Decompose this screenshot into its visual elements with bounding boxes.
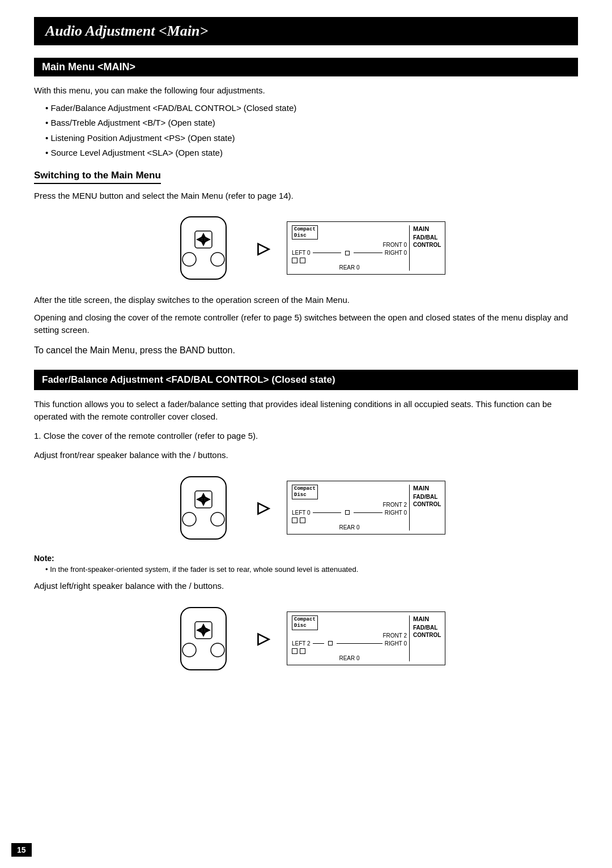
arrow-icon-2: ▷ [257, 498, 270, 517]
switching-subsection-header: Switching to the Main Menu [34, 170, 578, 184]
title-bar: Audio Adjustment <Main> [34, 17, 578, 45]
svg-point-15 [182, 512, 196, 526]
step-2: Adjust front/rear speaker balance with t… [34, 448, 578, 462]
svg-point-17 [202, 498, 205, 501]
box-4 [300, 518, 305, 523]
main-menu-section-header: Main Menu <MAIN> [34, 58, 578, 76]
compact-disc-label-1: CompactDisc [292, 225, 318, 240]
line-5 [313, 643, 324, 644]
display-main-1: CompactDisc FRONT 0 LEFT 0 RIGHT 0 REAR … [292, 225, 407, 271]
switching-press-text: Press the MENU button and select the Mai… [34, 190, 578, 203]
right-label-1: RIGHT 0 [385, 250, 407, 256]
display-sidebar-1: MAIN FAD/BAL CONTROL [409, 225, 440, 271]
sidebar-control-2: CONTROL [413, 501, 440, 507]
page-title: Audio Adjustment <Main> [45, 23, 567, 40]
right-label-2: RIGHT 0 [385, 510, 407, 516]
dot-1 [345, 251, 350, 255]
rear-label-1: REAR 0 [292, 264, 407, 271]
left-label-3: LEFT 2 [292, 640, 311, 647]
switching-header-text: Switching to the Main Menu [34, 170, 161, 184]
sidebar-main-2: MAIN [413, 485, 440, 491]
line-6 [337, 643, 382, 644]
step-2-text: Adjust front/rear speaker balance with t… [34, 450, 228, 460]
front-label-3: FRONT 2 [292, 632, 407, 639]
diagram-row-2: ▷ CompactDisc FRONT 2 LEFT 0 RIGHT 0 REA… [34, 471, 578, 545]
list-item: Listening Position Adjustment <PS> (Open… [45, 132, 578, 145]
diagram-row-3: ▷ CompactDisc FRONT 2 LEFT 2 RIGHT 0 REA… [34, 602, 578, 675]
sidebar-fad-1: FAD/BAL [413, 234, 440, 241]
box-5 [292, 648, 298, 654]
display-screen-3: CompactDisc FRONT 2 LEFT 2 RIGHT 0 REAR … [287, 612, 445, 665]
step-3: Adjust left/right speaker balance with t… [34, 579, 578, 593]
line-2 [354, 253, 382, 253]
remote-controller-diagram-1 [167, 211, 240, 285]
sidebar-fad-3: FAD/BAL [413, 625, 440, 631]
note-text: • In the front-speaker-oriented system, … [45, 565, 578, 574]
list-item: Fader/Balance Adjustment <FAD/BAL CONTRO… [45, 102, 578, 115]
main-menu-header-text: Main Menu <MAIN> [42, 61, 570, 73]
step-1: 1. Close the cover of the remote control… [34, 429, 578, 443]
left-label-2: LEFT 0 [292, 510, 311, 516]
display-sidebar-3: MAIN FAD/BAL CONTROL [409, 615, 440, 661]
front-label-1: FRONT 0 [292, 242, 407, 248]
list-item: Source Level Adjustment <SLA> (Open stat… [45, 147, 578, 160]
after-text-1: After the title screen, the display swit… [34, 294, 578, 307]
box-3 [292, 518, 298, 523]
fadbal-section-header: Fader/Balance Adjustment <FAD/BAL CONTRO… [34, 370, 578, 390]
box-2 [300, 258, 305, 263]
svg-point-6 [182, 253, 196, 266]
right-label-3: RIGHT 0 [385, 640, 407, 647]
arrow-icon-3: ▷ [257, 629, 270, 648]
step-1-text: 1. Close the cover of the remote control… [34, 431, 258, 441]
compact-disc-label-2: CompactDisc [292, 485, 318, 499]
note-section: Note: • In the front-speaker-oriented sy… [34, 554, 578, 574]
sidebar-control-1: CONTROL [413, 242, 440, 248]
svg-point-26 [202, 628, 205, 632]
list-item: Bass/Treble Adjustment <B/T> (Open state… [45, 117, 578, 130]
cancel-text: To cancel the Main Menu, press the BAND … [34, 344, 578, 357]
display-sidebar-2: MAIN FAD/BAL CONTROL [409, 485, 440, 531]
svg-point-7 [211, 253, 224, 266]
dot-3 [328, 641, 333, 645]
line-4 [354, 512, 382, 513]
line-3 [313, 512, 342, 513]
svg-point-16 [211, 512, 224, 526]
compact-disc-label-3: CompactDisc [292, 615, 318, 630]
after-text-2: Opening and closing the cover of the rem… [34, 311, 578, 337]
step-3-text: Adjust left/right speaker balance with t… [34, 581, 224, 591]
sidebar-fad-2: FAD/BAL [413, 494, 440, 500]
line-1 [313, 253, 342, 253]
svg-point-24 [182, 643, 196, 657]
remote-controller-diagram-2 [167, 471, 240, 545]
svg-point-25 [211, 643, 224, 657]
fadbal-header-text: Fader/Balance Adjustment <FAD/BAL CONTRO… [42, 374, 570, 386]
box-1 [292, 258, 298, 263]
remote-controller-diagram-3 [167, 602, 240, 675]
svg-point-8 [202, 238, 205, 241]
display-screen-2: CompactDisc FRONT 2 LEFT 0 RIGHT 0 REAR … [287, 481, 445, 535]
front-label-2: FRONT 2 [292, 502, 407, 508]
diagram-row-1: ▷ CompactDisc FRONT 0 LEFT 0 RIGHT 0 REA… [34, 211, 578, 285]
rear-label-2: REAR 0 [292, 524, 407, 531]
arrow-icon-1: ▷ [257, 239, 270, 258]
left-label-1: LEFT 0 [292, 250, 311, 256]
sidebar-main-3: MAIN [413, 615, 440, 622]
box-6 [300, 648, 305, 654]
dot-2 [345, 510, 350, 515]
note-label: Note: [34, 554, 578, 563]
display-screen-1: CompactDisc FRONT 0 LEFT 0 RIGHT 0 REAR … [287, 221, 445, 275]
display-main-2: CompactDisc FRONT 2 LEFT 0 RIGHT 0 REAR … [292, 485, 407, 531]
main-menu-list: Fader/Balance Adjustment <FAD/BAL CONTRO… [45, 102, 578, 160]
fadbal-intro: This function allows you to select a fad… [34, 398, 578, 424]
main-menu-intro: With this menu, you can make the followi… [34, 84, 578, 97]
display-main-3: CompactDisc FRONT 2 LEFT 2 RIGHT 0 REAR … [292, 615, 407, 661]
sidebar-control-3: CONTROL [413, 632, 440, 638]
rear-label-3: REAR 0 [292, 655, 407, 661]
page-number: 15 [11, 843, 32, 857]
sidebar-main-1: MAIN [413, 225, 440, 232]
